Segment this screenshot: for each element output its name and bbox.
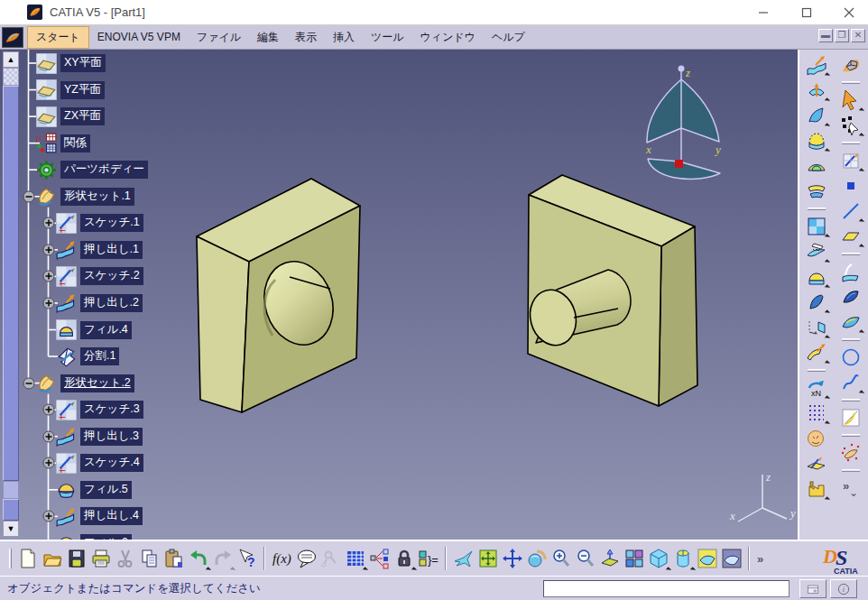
formula-fx-button[interactable]: f(x) (270, 545, 294, 572)
tree-item-sketch-4[interactable]: スケッチ.4 (56, 451, 143, 475)
plane-feature-button[interactable] (838, 224, 863, 249)
toolbar-drag-handle[interactable] (842, 338, 860, 341)
zoom-out-button[interactable] (573, 545, 597, 572)
mdi-restore-button[interactable]: ❐ (835, 29, 849, 42)
compass[interactable]: z x y (645, 66, 721, 180)
blend-button[interactable] (804, 153, 829, 179)
expander-plus[interactable] (42, 457, 55, 469)
rotate-button[interactable] (524, 545, 549, 572)
tree-item-label[interactable]: スケッチ.1 (80, 214, 143, 232)
adaptive-sweep-button[interactable] (838, 309, 863, 335)
tree-item-pad-2[interactable]: 押し出し.2 (56, 291, 143, 315)
extract-button[interactable] (804, 290, 829, 315)
tree-item-xy-plane[interactable]: XY平面 (36, 51, 106, 75)
hide-show-button[interactable] (695, 545, 719, 572)
tree-item-label[interactable]: 分割.1 (80, 347, 119, 365)
iso-view-button[interactable] (646, 545, 670, 572)
mdi-minimize-button[interactable]: ▬ (818, 29, 833, 42)
tree-item-label[interactable]: 押し出し.4 (80, 507, 143, 525)
tree-item-label[interactable]: スケッチ.2 (80, 267, 143, 285)
normal-view-button[interactable] (597, 545, 622, 572)
minimize-button[interactable] (745, 0, 781, 24)
dialog-window-button[interactable] (799, 579, 826, 598)
dropdown-arrow-icon[interactable] (825, 496, 830, 502)
tree-item-yz-plane[interactable]: YZ平面 (36, 78, 105, 102)
extrude-button[interactable] (804, 52, 829, 78)
split-saw-button[interactable] (804, 239, 829, 264)
3d-viewport[interactable]: z x y z x y XY平面YZ平面ZX平面fx関係パーツボディー形状セット… (0, 50, 798, 540)
expander-plus[interactable] (42, 217, 55, 229)
symmetry-button[interactable] (804, 315, 829, 340)
menu-window[interactable]: ウィンドウ (412, 27, 484, 48)
open-button[interactable] (40, 545, 64, 572)
factory-button[interactable] (804, 476, 829, 502)
command-input[interactable] (543, 580, 790, 597)
expander-plus[interactable] (42, 244, 55, 256)
fill-surface-button[interactable] (804, 128, 829, 153)
tree-item-fill-4[interactable]: フィル.4 (56, 318, 132, 342)
toolbar-drag-handle[interactable] (808, 369, 826, 372)
tree-item-relations[interactable]: fx関係 (36, 132, 90, 155)
copy-button[interactable] (137, 545, 162, 572)
tree-scroll-segment2[interactable] (3, 499, 19, 521)
tree-item-fill-5[interactable]: フィル.5 (56, 478, 132, 502)
save-button[interactable] (64, 545, 88, 572)
transform-surface-button[interactable] (804, 340, 829, 365)
select-arrow-button[interactable] (838, 88, 863, 113)
cut-button[interactable] (113, 545, 137, 572)
tree-item-label[interactable]: スケッチ.3 (80, 401, 143, 419)
dome-button[interactable] (804, 264, 829, 290)
tree-item-label[interactable]: フィル.5 (80, 481, 132, 499)
tree-item-label[interactable]: 関係 (60, 134, 90, 152)
catia-app-button[interactable] (2, 27, 23, 48)
shape-morph-button[interactable] (804, 426, 829, 451)
design-table-button[interactable] (343, 545, 367, 572)
dropdown-arrow-icon[interactable] (825, 360, 830, 365)
lock-button[interactable] (392, 545, 416, 572)
print-button[interactable] (88, 545, 113, 572)
menu-tools[interactable]: ツール (363, 27, 412, 48)
tree-item-label[interactable]: 押し出し.1 (80, 241, 143, 259)
law-graph-button[interactable] (838, 405, 863, 430)
toolbar-drag-handle[interactable] (842, 469, 860, 472)
expander-minus[interactable] (23, 377, 35, 390)
fit-all-button[interactable] (476, 545, 500, 572)
toolbar-drag-handle[interactable] (842, 81, 860, 84)
grid-points-button[interactable] (804, 401, 829, 426)
multi-view-button[interactable] (622, 545, 646, 572)
toolbar-drag-handle[interactable] (842, 142, 860, 144)
tree-item-label[interactable]: 押し出し.3 (80, 428, 143, 446)
line-button[interactable] (838, 198, 863, 224)
tree-item-label[interactable]: スケッチ.4 (80, 454, 143, 472)
tree-item-label[interactable]: フィル.4 (80, 321, 132, 339)
revolve-button[interactable] (804, 78, 829, 103)
close-button[interactable] (831, 0, 867, 24)
expander-plus[interactable] (42, 510, 55, 522)
pan-button[interactable] (500, 545, 524, 572)
dropdown-arrow-icon[interactable] (859, 329, 864, 335)
sweep-button[interactable] (804, 103, 829, 128)
undo-button[interactable] (186, 545, 210, 572)
menu-edit[interactable]: 編集 (249, 27, 287, 48)
tree-scroll-down-button[interactable]: ▼ (3, 521, 19, 537)
tree-item-pad-3[interactable]: 押し出し.3 (56, 425, 143, 448)
small-square-button[interactable] (838, 173, 863, 198)
circle-button[interactable] (838, 345, 863, 370)
menu-insert[interactable]: 挿入 (325, 27, 363, 48)
swap-space-button[interactable] (719, 545, 743, 572)
multi-select-button[interactable] (838, 113, 863, 138)
info-button[interactable]: i (830, 579, 857, 598)
tree-item-label[interactable]: XY平面 (60, 54, 106, 72)
expander-plus[interactable] (42, 297, 55, 309)
tree-item-geoset-2[interactable]: 形状セット.2 (36, 372, 134, 395)
tree-item-geoset-1[interactable]: 形状セット.1 (36, 185, 134, 208)
tree-item-sketch-1[interactable]: スケッチ.1 (56, 211, 143, 235)
tree-scroll-segment[interactable] (3, 481, 19, 499)
tree-item-label[interactable]: YZ平面 (60, 81, 105, 99)
tree-scroll-checker[interactable] (3, 68, 19, 86)
sweep-dark-button[interactable] (838, 284, 863, 309)
tree-scroll-thumb[interactable] (3, 86, 19, 481)
new-document-button[interactable] (15, 545, 40, 572)
tree-item-label[interactable]: 形状セット.2 (60, 374, 134, 392)
paste-button[interactable] (162, 545, 186, 572)
